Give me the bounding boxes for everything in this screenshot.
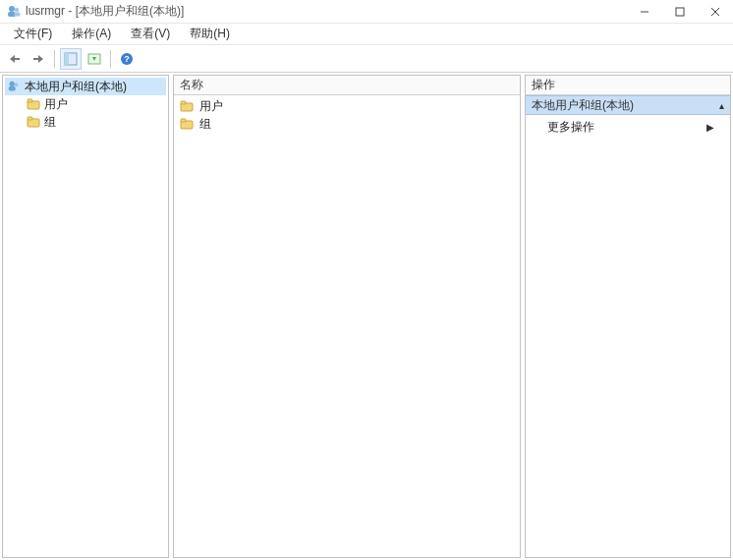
collapse-icon: ▴ <box>719 100 724 111</box>
folder-icon <box>27 97 40 111</box>
close-button[interactable] <box>698 0 733 23</box>
refresh-button[interactable] <box>84 48 105 70</box>
tree-groups-label: 组 <box>44 114 56 131</box>
title-bar: lusrmgr - [本地用户和组(本地)] <box>0 0 733 24</box>
svg-point-2 <box>15 7 19 11</box>
app-icon <box>6 4 22 20</box>
svg-rect-11 <box>33 58 38 60</box>
svg-rect-26 <box>181 101 186 104</box>
svg-rect-13 <box>65 53 69 65</box>
nav-forward-button[interactable] <box>28 48 49 70</box>
menu-view[interactable]: 查看(V) <box>121 24 180 44</box>
window-title: lusrmgr - [本地用户和组(本地)] <box>26 3 627 20</box>
menu-help[interactable]: 帮助(H) <box>180 24 240 44</box>
list-item-groups[interactable]: 组 <box>176 115 518 133</box>
actions-group-title[interactable]: 本地用户和组(本地) ▴ <box>526 95 730 115</box>
toolbar: ? <box>0 45 733 73</box>
menu-action[interactable]: 操作(A) <box>62 24 121 44</box>
tree-groups[interactable]: 组 <box>5 113 166 131</box>
tree-root-label: 本地用户和组(本地) <box>25 79 127 95</box>
item-list: 用户 组 <box>174 95 520 135</box>
svg-text:?: ? <box>124 54 130 64</box>
svg-rect-19 <box>9 86 16 90</box>
svg-point-0 <box>9 6 15 12</box>
maximize-button[interactable] <box>662 0 698 23</box>
minimize-button[interactable] <box>627 0 662 23</box>
svg-marker-8 <box>10 55 15 63</box>
svg-rect-9 <box>15 58 20 60</box>
actions-header: 操作 <box>526 76 730 95</box>
svg-point-18 <box>10 82 15 86</box>
folder-icon <box>180 99 194 113</box>
svg-point-20 <box>15 83 19 86</box>
help-button[interactable]: ? <box>116 48 138 70</box>
chevron-right-icon: ▶ <box>706 122 714 133</box>
svg-marker-10 <box>38 55 43 63</box>
window-controls <box>627 0 733 23</box>
tree-users-label: 用户 <box>44 96 68 113</box>
tree-pane: 本地用户和组(本地) 用户 组 <box>2 75 169 558</box>
svg-rect-28 <box>181 119 186 122</box>
tree: 本地用户和组(本地) 用户 组 <box>3 76 168 133</box>
action-more[interactable]: 更多操作 ▶ <box>526 115 730 139</box>
main-content: 本地用户和组(本地) 用户 组 名称 <box>0 73 733 560</box>
folder-icon <box>27 115 40 129</box>
toolbar-separator <box>54 50 55 68</box>
tree-root[interactable]: 本地用户和组(本地) <box>5 78 166 95</box>
actions-group-title-text: 本地用户和组(本地) <box>532 97 634 114</box>
show-hide-tree-button[interactable] <box>60 48 82 70</box>
list-item-users[interactable]: 用户 <box>176 97 518 115</box>
svg-rect-22 <box>28 99 32 102</box>
menu-bar: 文件(F) 操作(A) 查看(V) 帮助(H) <box>0 24 733 45</box>
tree-users[interactable]: 用户 <box>5 95 166 113</box>
toolbar-separator <box>110 50 111 68</box>
svg-rect-3 <box>15 12 21 16</box>
folder-icon <box>180 117 194 131</box>
svg-rect-5 <box>676 8 684 16</box>
actions-pane: 操作 本地用户和组(本地) ▴ 更多操作 ▶ <box>525 75 731 558</box>
list-item-label: 组 <box>199 116 211 133</box>
list-pane: 名称 用户 组 <box>173 75 521 558</box>
nav-back-button[interactable] <box>4 48 26 70</box>
action-more-label: 更多操作 <box>547 119 594 136</box>
menu-file[interactable]: 文件(F) <box>4 24 62 44</box>
column-header-name[interactable]: 名称 <box>174 76 520 95</box>
users-groups-icon <box>7 80 21 93</box>
list-item-label: 用户 <box>199 98 223 115</box>
svg-rect-24 <box>28 117 32 120</box>
